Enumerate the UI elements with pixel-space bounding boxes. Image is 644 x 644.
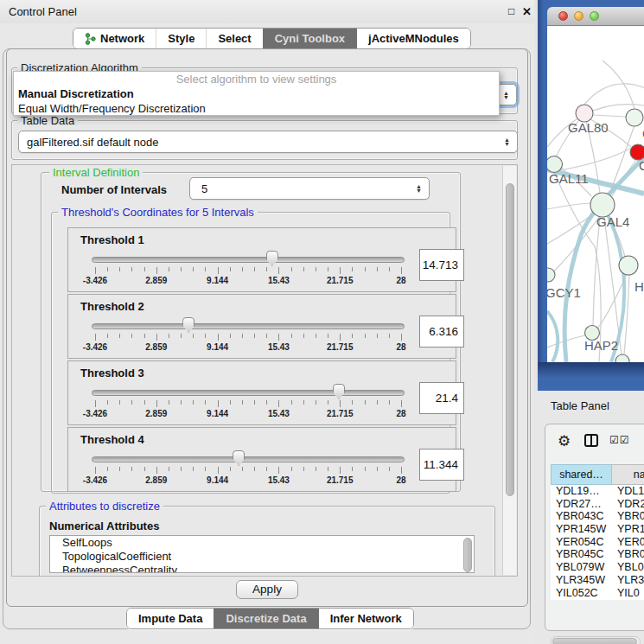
table-horizontal-scrollbar[interactable] xyxy=(551,636,641,644)
threshold-4-panel: Threshold 4 -3.426 2.859 9.144 15.43 21.… xyxy=(67,427,456,492)
attributes-list-scrollbar[interactable] xyxy=(463,538,472,572)
dropdown-option-equal-width[interactable]: Equal Width/Frequency Discretization xyxy=(14,101,499,116)
network-node-unnamed[interactable] xyxy=(615,354,629,362)
columns-icon[interactable] xyxy=(584,434,598,447)
numerical-attributes-list[interactable]: SelfLoops TopologicalCoefficient Between… xyxy=(49,535,475,573)
cell[interactable]: YBR0 xyxy=(612,510,644,523)
table-row[interactable]: YBL079W YBL0 xyxy=(551,561,644,574)
settings-scrollbar-thumb[interactable] xyxy=(506,183,514,496)
cell[interactable]: YBR045C xyxy=(551,548,612,561)
threshold-4-label: Threshold 4 xyxy=(80,433,144,446)
number-of-intervals-combobox[interactable]: 5 ▲▼ xyxy=(189,177,430,200)
tab-select[interactable]: Select xyxy=(206,29,262,48)
algorithm-dropdown-popup: Select algorithm to view settings Manual… xyxy=(13,71,500,116)
network-window-titlebar[interactable] xyxy=(547,7,644,26)
close-panel-icon[interactable]: ✕ xyxy=(522,5,532,18)
column-header-shared-name[interactable]: shared… xyxy=(551,464,612,485)
node-label: GCY1 xyxy=(547,285,581,300)
threshold-1-value-field[interactable]: 14.713 xyxy=(419,249,464,281)
top-tabbar: Network Style Select Cyni Toolbox jActiv… xyxy=(73,28,471,49)
threshold-2-label: Threshold 2 xyxy=(80,300,144,313)
float-panel-icon[interactable]: □ xyxy=(508,5,514,17)
gear-icon[interactable]: ⚙ xyxy=(558,432,571,450)
tick-label: 28 xyxy=(396,342,405,352)
tab-jactivemnodules[interactable]: jActiveMNodules xyxy=(356,29,470,48)
cell[interactable]: YPR1 xyxy=(612,523,644,536)
tab-infer-network[interactable]: Infer Network xyxy=(318,609,413,628)
cell[interactable]: YDL19… xyxy=(551,485,612,498)
table-data-combobox[interactable]: galFiltered.sif default node ▲▼ xyxy=(18,131,518,153)
minimize-window-icon[interactable] xyxy=(574,11,583,21)
tick-label: 9.144 xyxy=(207,342,228,352)
cell[interactable]: YIL0 xyxy=(612,587,644,600)
cell[interactable]: YDL1 xyxy=(612,485,644,498)
network-node-GAL11[interactable] xyxy=(547,156,563,173)
threshold-2-value-field[interactable]: 6.316 xyxy=(419,316,464,348)
table-row[interactable]: YPR145W YPR1 xyxy=(551,523,644,536)
threshold-1-slider-track[interactable] xyxy=(92,257,405,263)
table-row[interactable]: YBR043C YBR0 xyxy=(551,510,644,523)
cell[interactable]: YIL052C xyxy=(551,587,612,600)
network-node-H[interactable] xyxy=(619,256,638,275)
network-node-G.[interactable] xyxy=(626,109,643,126)
apply-button[interactable]: Apply xyxy=(236,580,298,599)
network-window-frame xyxy=(538,362,644,391)
threshold-1-slider-thumb[interactable] xyxy=(266,251,278,266)
select-columns-icons[interactable]: ☑☑ xyxy=(609,434,630,446)
tab-style[interactable]: Style xyxy=(156,29,206,48)
tick-label: 9.144 xyxy=(207,276,228,285)
threshold-2-panel: Threshold 2 -3.426 2.859 9.144 15.43 21.… xyxy=(67,294,456,359)
network-node-GAL4[interactable] xyxy=(590,193,615,217)
network-node-GAL80[interactable] xyxy=(576,105,593,122)
list-item[interactable]: SelfLoops xyxy=(50,536,474,550)
list-item[interactable]: TopologicalCoefficient xyxy=(50,550,474,564)
close-window-icon[interactable] xyxy=(558,11,568,21)
zoom-window-icon[interactable] xyxy=(590,11,599,21)
node-label: GAL80 xyxy=(568,120,609,135)
threshold-3-slider-track[interactable] xyxy=(92,390,405,396)
threshold-2-slider-thumb[interactable] xyxy=(182,317,194,333)
tab-discretize-data[interactable]: Discretize Data xyxy=(214,609,317,628)
network-canvas[interactable]: GAL80G.CGAL11GAL4GCY1HHAP2 xyxy=(547,26,644,362)
tab-cyni-toolbox[interactable]: Cyni Toolbox xyxy=(263,29,356,48)
cell[interactable]: YBL079W xyxy=(551,561,612,574)
threshold-3-slider-thumb[interactable] xyxy=(333,384,345,399)
cell[interactable]: YBR043C xyxy=(551,510,612,523)
cell[interactable]: YLR3 xyxy=(612,574,644,587)
tab-network[interactable]: Network xyxy=(73,29,156,48)
cell[interactable]: YPR145W xyxy=(551,523,612,536)
tab-label: Infer Network xyxy=(330,612,402,625)
table-horizontal-scrollbar-thumb[interactable] xyxy=(552,638,637,644)
threshold-2-slider-track[interactable] xyxy=(92,323,405,329)
tick-label: 15.43 xyxy=(268,409,290,418)
cell[interactable]: YER054C xyxy=(551,536,612,549)
table-row[interactable]: YBR045C YBR0 xyxy=(551,548,644,561)
table-row[interactable]: YDL19… YDL1 xyxy=(551,485,644,498)
threshold-4-value-field[interactable]: 11.344 xyxy=(419,449,464,481)
table-row[interactable]: YIL052C YIL0 xyxy=(551,587,644,600)
tick-marks xyxy=(95,400,401,408)
cell[interactable]: YLR345W xyxy=(551,574,612,587)
dropdown-option-manual-discretization[interactable]: Manual Discretization xyxy=(14,86,499,101)
tab-impute-data[interactable]: Impute Data xyxy=(127,609,214,628)
tick-label: 2.859 xyxy=(145,276,167,285)
tab-label: Discretize Data xyxy=(226,612,306,625)
column-header-name[interactable]: name xyxy=(612,464,644,485)
table-row[interactable]: YDR27… YDR2 xyxy=(551,498,644,511)
threshold-4-slider-track[interactable] xyxy=(92,456,405,462)
combo-arrows-icon: ▲▼ xyxy=(504,137,510,146)
tick-label: 15.43 xyxy=(268,342,290,352)
cell[interactable]: YBR0 xyxy=(612,548,644,561)
cell[interactable]: YDR27… xyxy=(551,498,612,511)
list-item[interactable]: BetweennessCentrality xyxy=(50,564,474,573)
cell[interactable]: YER0 xyxy=(612,536,644,549)
cell[interactable]: YDR2 xyxy=(612,498,644,511)
cell[interactable]: YBL0 xyxy=(612,561,644,574)
network-node-GCY1[interactable] xyxy=(547,268,555,282)
tick-marks xyxy=(95,334,401,341)
table-row[interactable]: YER054C YER0 xyxy=(551,536,644,549)
table-row[interactable]: YLR345W YLR3 xyxy=(551,574,644,587)
settings-scrollbar[interactable] xyxy=(502,166,516,575)
threshold-4-slider-thumb[interactable] xyxy=(233,450,245,466)
threshold-3-value-field[interactable]: 21.4 xyxy=(419,382,464,414)
